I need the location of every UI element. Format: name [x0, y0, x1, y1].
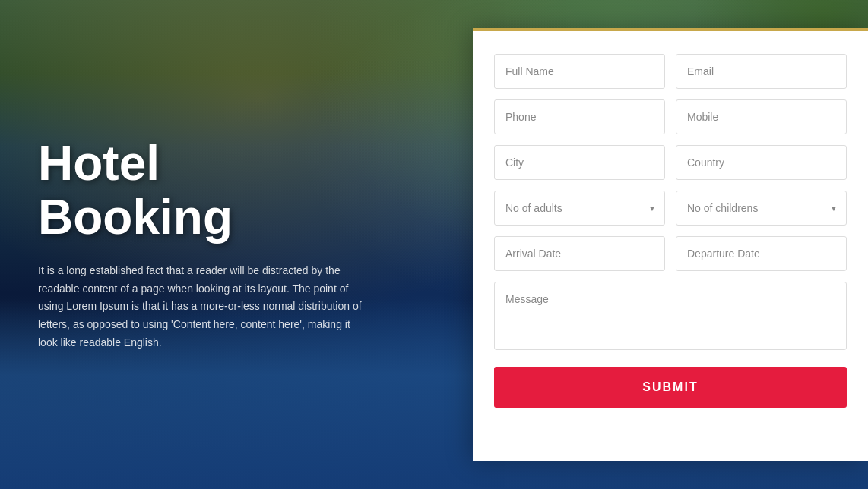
form-row-2	[494, 99, 847, 134]
booking-form-panel: No of adults 1 2 3 4 5 6 No of childrens…	[473, 28, 868, 461]
hero-description: It is a long established fact that a rea…	[38, 262, 365, 352]
childrens-select[interactable]: No of childrens 0 1 2 3 4	[676, 191, 847, 226]
form-row-5	[494, 236, 847, 271]
country-input[interactable]	[676, 145, 847, 180]
departure-date-field	[676, 236, 847, 271]
mobile-field	[676, 99, 847, 134]
adults-select[interactable]: No of adults 1 2 3 4 5 6	[494, 191, 665, 226]
form-row-3	[494, 145, 847, 180]
full-name-input[interactable]	[494, 54, 665, 89]
message-textarea[interactable]	[494, 282, 847, 350]
full-name-field	[494, 54, 665, 89]
hero-section: Hotel Booking It is a long established f…	[0, 106, 410, 383]
country-field	[676, 145, 847, 180]
form-row-4: No of adults 1 2 3 4 5 6 No of childrens…	[494, 191, 847, 226]
phone-field	[494, 99, 665, 134]
city-field	[494, 145, 665, 180]
arrival-date-input[interactable]	[494, 236, 665, 271]
email-input[interactable]	[676, 54, 847, 89]
form-row-6	[494, 282, 847, 353]
message-field	[494, 282, 847, 353]
email-field	[676, 54, 847, 89]
submit-button[interactable]: SUBMIT	[494, 367, 847, 408]
mobile-input[interactable]	[676, 99, 847, 134]
childrens-field: No of childrens 0 1 2 3 4	[676, 191, 847, 226]
page-title: Hotel Booking	[38, 137, 372, 244]
form-row-1	[494, 54, 847, 89]
departure-date-input[interactable]	[676, 236, 847, 271]
phone-input[interactable]	[494, 99, 665, 134]
arrival-date-field	[494, 236, 665, 271]
city-input[interactable]	[494, 145, 665, 180]
adults-field: No of adults 1 2 3 4 5 6	[494, 191, 665, 226]
